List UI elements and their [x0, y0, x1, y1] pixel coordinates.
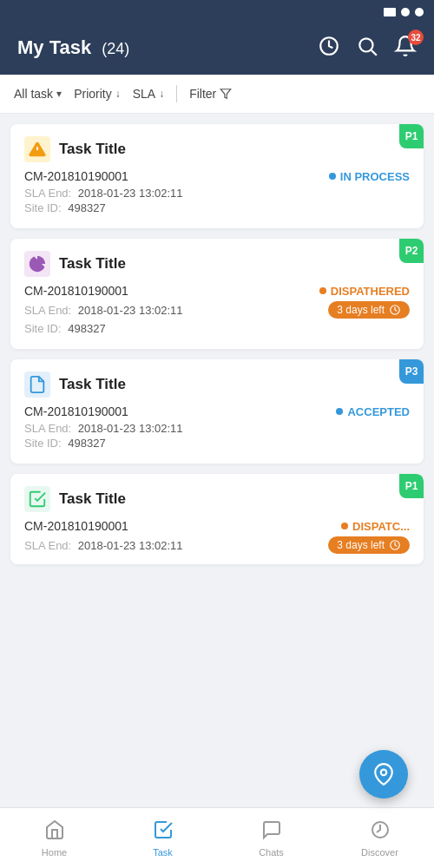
task-title-2: Task Title	[59, 255, 126, 273]
sla-label: SLA	[133, 87, 155, 101]
task-list: P1 Task Title CM-201810190001 IN PROCESS…	[0, 114, 434, 575]
filter-icon	[220, 88, 232, 100]
nav-discover[interactable]: Discover	[326, 808, 434, 868]
history-button[interactable]	[318, 35, 340, 61]
check-square-icon	[28, 490, 47, 509]
header-title-group: My Task (24)	[17, 36, 129, 59]
file-icon	[28, 375, 47, 394]
task-sla-4: SLA End: 2018-01-23 13:02:11	[24, 539, 183, 552]
task-title-3: Task Title	[59, 376, 126, 393]
priority-badge-3: P3	[399, 359, 424, 384]
task-header-2: Task Title	[24, 251, 410, 277]
chats-icon	[261, 819, 282, 844]
task-id-3: CM-201810190001	[24, 404, 128, 418]
search-button[interactable]	[356, 35, 378, 61]
task-icon	[153, 819, 174, 844]
clock-icon-4	[389, 539, 401, 551]
home-icon	[44, 819, 65, 844]
search-icon	[356, 35, 378, 57]
nav-chats-label: Chats	[259, 847, 284, 858]
task-row-4: CM-201810190001 DISPATC...	[24, 519, 410, 533]
task-icon-2	[24, 251, 50, 277]
filter-button[interactable]: Filter	[189, 83, 244, 104]
filter-alltask[interactable]: All task ▾	[14, 83, 74, 104]
history-icon	[318, 35, 340, 57]
page-title: My Task (24)	[17, 36, 129, 58]
task-sla-3: SLA End: 2018-01-23 13:02:11	[24, 422, 410, 435]
wifi-icon	[415, 8, 424, 16]
bottom-nav: Home Task Chats Discover	[0, 807, 434, 868]
clock-icon-2	[389, 304, 401, 316]
location-pin-icon	[372, 763, 395, 786]
task-row-1: CM-201810190001 IN PROCESS	[24, 169, 410, 183]
svg-line-2	[372, 50, 377, 56]
nav-task-label: Task	[153, 847, 173, 858]
filter-priority[interactable]: Priority ↓	[74, 83, 133, 104]
alert-icon	[28, 140, 47, 159]
status-dot-1	[329, 173, 336, 180]
signal-icon	[401, 8, 410, 16]
svg-marker-3	[220, 89, 231, 99]
priority-arrow: ↓	[115, 88, 121, 100]
notification-badge: 32	[408, 30, 424, 45]
pie-icon	[28, 254, 47, 273]
sla-badge-4: 3 days left	[328, 536, 410, 554]
filter-divider	[176, 85, 177, 102]
task-card-4[interactable]: P1 Task Title CM-201810190001 DISPATC...…	[10, 474, 424, 564]
svg-point-1	[359, 38, 372, 51]
task-card-1[interactable]: P1 Task Title CM-201810190001 IN PROCESS…	[10, 124, 424, 228]
task-header-4: Task Title	[24, 486, 410, 512]
task-site-3: Site ID: 498327	[24, 437, 410, 450]
task-count: (24)	[102, 40, 129, 57]
header: My Task (24) 32	[0, 24, 434, 75]
task-icon-1	[24, 136, 50, 162]
priority-badge-2: P2	[399, 239, 424, 263]
task-sla-row-4: SLA End: 2018-01-23 13:02:11 3 days left	[24, 536, 410, 554]
task-header-3: Task Title	[24, 372, 410, 398]
task-card-3[interactable]: P3 Task Title CM-201810190001 ACCEPTED S…	[10, 359, 424, 464]
status-dot-3	[336, 408, 343, 415]
task-status-3: ACCEPTED	[336, 405, 410, 418]
task-status-1: IN PROCESS	[329, 170, 410, 183]
task-sla-row-2: SLA End: 2018-01-23 13:02:11 3 days left	[24, 301, 410, 319]
alltask-arrow: ▾	[56, 88, 62, 100]
filter-bar: All task ▾ Priority ↓ SLA ↓ Filter	[0, 75, 434, 114]
sla-badge-2: 3 days left	[328, 301, 410, 319]
svg-point-8	[381, 770, 387, 776]
discover-icon	[370, 819, 391, 844]
nav-home-label: Home	[42, 847, 67, 858]
task-icon-3	[24, 372, 50, 398]
filter-label: Filter	[189, 87, 216, 101]
task-site-1: Site ID: 498327	[24, 201, 410, 214]
status-bar	[0, 0, 434, 24]
task-sla-2: SLA End: 2018-01-23 13:02:11	[24, 304, 183, 317]
priority-badge-1: P1	[399, 124, 424, 148]
task-site-2: Site ID: 498327	[24, 322, 410, 335]
header-actions: 32	[318, 35, 417, 61]
task-title-4: Task Title	[59, 490, 126, 508]
task-row-2: CM-201810190001 DISPATHERED	[24, 284, 410, 298]
battery-icon	[384, 8, 396, 16]
filter-sla[interactable]: SLA ↓	[133, 83, 176, 104]
task-row-3: CM-201810190001 ACCEPTED	[24, 404, 410, 418]
task-card-2[interactable]: P2 Task Title CM-201810190001 DISPATHERE…	[10, 239, 424, 349]
task-title-1: Task Title	[59, 141, 126, 158]
task-sla-1: SLA End: 2018-01-23 13:02:11	[24, 187, 410, 200]
nav-home[interactable]: Home	[0, 808, 108, 868]
status-dot-2	[319, 287, 326, 294]
task-status-4: DISPATC...	[341, 520, 410, 533]
priority-badge-4: P1	[399, 474, 424, 498]
task-icon-4	[24, 486, 50, 512]
title-text: My Task	[17, 36, 91, 58]
sla-arrow: ↓	[159, 88, 164, 100]
task-header-1: Task Title	[24, 136, 410, 162]
task-id-1: CM-201810190001	[24, 169, 128, 183]
status-dot-4	[341, 523, 348, 529]
fab-location-button[interactable]	[359, 750, 408, 799]
nav-task[interactable]: Task	[108, 808, 217, 868]
task-id-2: CM-201810190001	[24, 284, 128, 298]
nav-chats[interactable]: Chats	[217, 808, 326, 868]
alltask-label: All task	[14, 87, 53, 101]
notification-button[interactable]: 32	[394, 35, 417, 61]
task-status-2: DISPATHERED	[319, 285, 410, 298]
